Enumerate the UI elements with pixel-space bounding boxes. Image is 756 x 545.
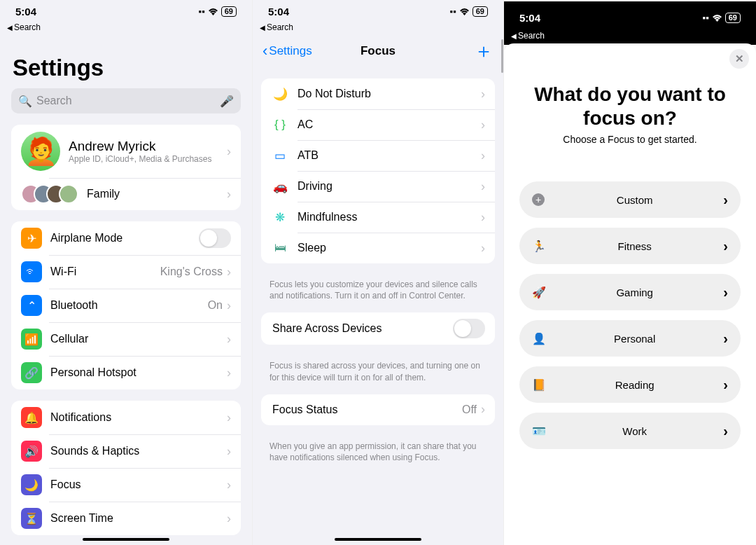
mic-icon[interactable]: 🎤 <box>220 95 234 108</box>
nav-bar: ‹Settings Focus ＋ <box>253 36 503 67</box>
focus-status-label: Focus Status <box>272 403 462 416</box>
share-card: Share Across Devices <box>261 312 495 345</box>
focus-row-do-not-disturb[interactable]: 🌙Do Not Disturb› <box>261 78 495 109</box>
chevron-right-icon: › <box>723 238 728 254</box>
focus-label: Mindfulness <box>298 211 481 223</box>
focus-status-desc: When you give an app permission, it can … <box>253 436 503 463</box>
row-label: Focus <box>50 478 227 491</box>
row-label: Screen Time <box>50 512 227 525</box>
choice-label: Reading <box>546 379 723 391</box>
share-desc: Focus is shared across your devices, and… <box>253 356 503 382</box>
focus-desc: Focus lets you customize your devices an… <box>253 275 503 301</box>
focus-label: Driving <box>298 180 481 193</box>
toggle[interactable] <box>199 228 231 248</box>
focus-icon: ❋ <box>271 210 289 225</box>
focus-choice-personal[interactable]: 👤Personal› <box>519 320 741 357</box>
add-focus-button[interactable]: ＋ <box>474 44 493 58</box>
share-label: Share Across Devices <box>272 322 453 335</box>
focus-choice-work[interactable]: 🪪Work› <box>519 413 741 449</box>
chevron-right-icon: › <box>227 411 231 425</box>
family-label: Family <box>87 188 227 200</box>
chevron-right-icon: › <box>227 144 231 159</box>
focus-status-row[interactable]: Focus Status Off › <box>261 394 495 425</box>
caret-left-icon: ◀ <box>511 32 517 40</box>
sheet-title: What do you want to focus on? <box>504 43 756 134</box>
chevron-right-icon: › <box>227 366 231 380</box>
chevron-right-icon: › <box>227 444 231 459</box>
avatar: 🧑‍🦰 <box>21 132 60 171</box>
share-toggle[interactable] <box>453 319 485 338</box>
chevron-right-icon: › <box>481 179 485 194</box>
focus-icon: ▭ <box>271 149 289 163</box>
row-label: Airplane Mode <box>50 232 199 244</box>
back-search-label: Search <box>14 22 41 32</box>
cellular-icon: ▪▪ <box>199 6 205 17</box>
focus-row-sleep[interactable]: 🛏Sleep› <box>261 233 495 263</box>
chevron-right-icon: › <box>723 284 728 301</box>
settings-row-screen-time[interactable]: ⏳Screen Time› <box>11 502 241 535</box>
focus-icon: 🌙 <box>271 87 289 102</box>
settings-row-cellular[interactable]: 📶Cellular› <box>11 322 241 356</box>
wifi-icon: ᯤ <box>21 261 42 282</box>
focus-icon: 🚗 <box>271 179 289 194</box>
choice-icon: 🚀 <box>532 286 546 299</box>
focus-row-atb[interactable]: ▭ATB› <box>261 140 495 171</box>
row-label: Bluetooth <box>50 299 208 312</box>
back-to-search[interactable]: ◀Search <box>504 29 756 45</box>
airplane-icon: ✈ <box>21 228 42 249</box>
focus-choice-custom[interactable]: +Custom› <box>519 181 741 218</box>
search-input[interactable]: 🔍Search 🎤 <box>11 88 241 113</box>
focus-choice-gaming[interactable]: 🚀Gaming› <box>519 274 741 310</box>
focus-row-mindfulness[interactable]: ❋Mindfulness› <box>261 202 495 233</box>
settings-row-personal-hotspot[interactable]: 🔗Personal Hotspot› <box>11 356 241 389</box>
focus-row-ac[interactable]: { }AC› <box>261 109 495 140</box>
focus-choice-fitness[interactable]: 🏃Fitness› <box>519 228 741 264</box>
chevron-right-icon: › <box>723 423 728 439</box>
chevron-right-icon: › <box>481 149 485 163</box>
chevron-right-icon: › <box>227 298 231 313</box>
family-row[interactable]: Family › <box>11 178 241 210</box>
settings-group: ✈Airplane ModeᯤWi-FiKing's Cross›⌃Blueto… <box>11 221 241 389</box>
status-time: 5:04 <box>15 6 36 18</box>
cellular-icon: ▪▪ <box>703 13 709 23</box>
hotspot-icon: 🔗 <box>21 362 42 383</box>
settings-row-focus[interactable]: 🌙Focus› <box>11 468 241 502</box>
profile-sub: Apple ID, iCloud+, Media & Purchases <box>69 154 227 164</box>
settings-row-wi-fi[interactable]: ᯤWi-FiKing's Cross› <box>11 255 241 289</box>
share-across-devices-row[interactable]: Share Across Devices <box>261 312 495 345</box>
settings-row-bluetooth[interactable]: ⌃BluetoothOn› <box>11 289 241 322</box>
back-label: Settings <box>269 44 312 58</box>
search-placeholder: Search <box>36 95 72 107</box>
status-icons: ▪▪ 69 <box>199 6 237 17</box>
home-indicator[interactable] <box>335 538 421 541</box>
back-search-label: Search <box>267 22 293 32</box>
chevron-right-icon: › <box>481 87 485 102</box>
settings-row-notifications[interactable]: 🔔Notifications› <box>11 401 241 434</box>
moon-icon: 🌙 <box>21 474 42 495</box>
focus-row-driving[interactable]: 🚗Driving› <box>261 171 495 202</box>
status-icons: ▪▪ 69 <box>450 6 488 17</box>
choice-icon: 📙 <box>532 378 546 392</box>
settings-row-sounds-haptics[interactable]: 🔊Sounds & Haptics› <box>11 434 241 468</box>
back-to-search[interactable]: ◀Search <box>0 21 252 36</box>
close-button[interactable]: ✕ <box>729 49 749 69</box>
chevron-right-icon: › <box>227 332 231 347</box>
back-button[interactable]: ‹Settings <box>262 42 312 60</box>
chevron-right-icon: › <box>227 478 231 492</box>
home-indicator[interactable] <box>83 538 169 541</box>
choice-label: Gaming <box>546 287 723 298</box>
settings-row-airplane-mode[interactable]: ✈Airplane Mode <box>11 221 241 255</box>
battery-indicator: 69 <box>221 6 237 17</box>
profile-card: 🧑‍🦰 Andrew Myrick Apple ID, iCloud+, Med… <box>11 125 241 210</box>
chevron-left-icon: ‹ <box>262 42 267 60</box>
focus-list: 🌙Do Not Disturb›{ }AC›▭ATB›🚗Driving›❋Min… <box>261 78 495 263</box>
back-to-search[interactable]: ◀Search <box>253 21 503 36</box>
profile-row[interactable]: 🧑‍🦰 Andrew Myrick Apple ID, iCloud+, Med… <box>11 125 241 178</box>
choice-icon: 👤 <box>532 332 546 345</box>
focus-label: Do Not Disturb <box>298 88 481 100</box>
choice-label: Work <box>546 425 723 437</box>
focus-settings-screen: 5:04 ▪▪ 69 ◀Search ‹Settings Focus ＋ 🌙Do… <box>252 0 504 545</box>
focus-choice-reading[interactable]: 📙Reading› <box>519 366 741 403</box>
wifi-icon <box>712 14 722 22</box>
caret-left-icon: ◀ <box>260 24 265 32</box>
